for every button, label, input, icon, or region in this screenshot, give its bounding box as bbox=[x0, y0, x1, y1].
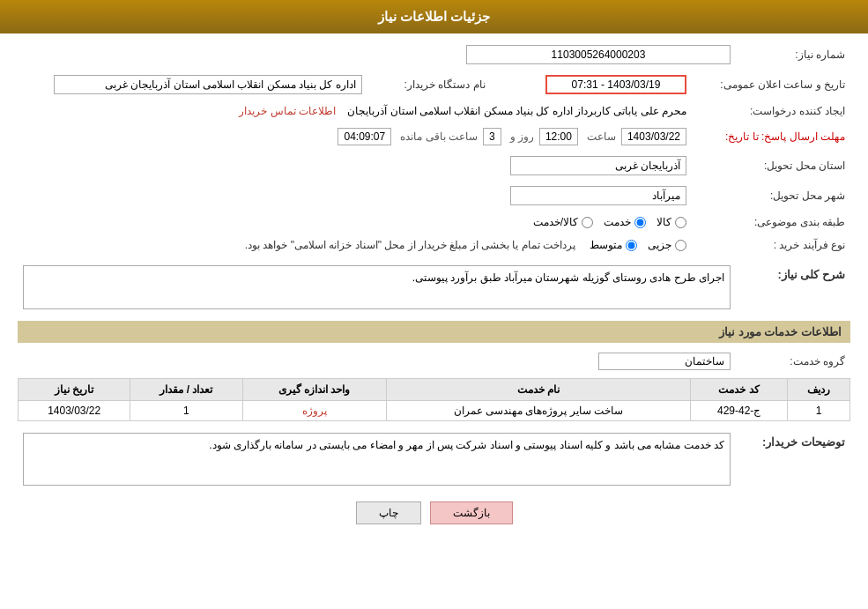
creator-value: محرم علی یاباتی کاربرداز اداره کل بنیاد … bbox=[18, 102, 692, 120]
table-row: 1ج-42-429ساخت سایر پروژه‌های مهندسی عمرا… bbox=[19, 401, 850, 421]
cell-unit: پروژه bbox=[242, 401, 386, 421]
creator-row: ایجاد کننده درخواست: محرم علی یاباتی کار… bbox=[18, 102, 850, 120]
buyer-notes-row: توضیحات خریدار: کد خدمت مشابه می باشد و … bbox=[18, 430, 850, 488]
description-section: شرح کلی نیاز: اجرای طرح هادی روستای گوزی… bbox=[18, 263, 850, 312]
buyer-org-row: تاریخ و ساعت اعلان عمومی: 1403/03/19 - 0… bbox=[18, 72, 850, 97]
col-code: کد خدمت bbox=[691, 379, 788, 401]
services-table: ردیف کد خدمت نام خدمت واحد اندازه گیری ت… bbox=[18, 378, 850, 421]
radio-kala-khedmat-input[interactable] bbox=[582, 217, 593, 228]
deadline-time-display: 12:00 bbox=[539, 128, 578, 145]
cell-name: ساخت سایر پروژه‌های مهندسی عمران bbox=[386, 401, 691, 421]
radio-kala-khedmat[interactable]: کالا/خدمت bbox=[533, 216, 593, 228]
category-row: طبقه بندی موضوعی: کالا خدمت bbox=[18, 213, 850, 231]
description-table: شرح کلی نیاز: اجرای طرح هادی روستای گوزی… bbox=[18, 263, 850, 312]
radio-kala-input[interactable] bbox=[675, 217, 686, 228]
process-options: جزیی متوسط پرداخت تمام یا بخشی از مبلغ خ… bbox=[18, 236, 692, 254]
buyer-org-label: نام دستگاه خریدار: bbox=[367, 72, 491, 97]
col-date: تاریخ نیاز bbox=[19, 379, 130, 401]
back-button[interactable]: بازگشت bbox=[430, 501, 513, 524]
description-box: اجرای طرح هادی روستای گوزیله شهرستان میر… bbox=[23, 265, 731, 309]
need-number-label: شماره نیاز: bbox=[736, 42, 850, 67]
radio-motavaset-input[interactable] bbox=[626, 240, 637, 251]
radio-motavaset[interactable]: متوسط bbox=[590, 239, 637, 251]
page-container: جزئیات اطلاعات نیاز شماره نیاز: 11030052… bbox=[0, 0, 868, 609]
services-section-title: اطلاعات خدمات مورد نیاز bbox=[18, 321, 850, 343]
deadline-time-label: ساعت bbox=[587, 130, 616, 143]
need-number-value: 1103005264000203 bbox=[18, 42, 736, 67]
buyer-notes-value: کد خدمت مشابه می باشد و کلیه اسناد پیوست… bbox=[18, 430, 736, 488]
buyer-notes-box: کد خدمت مشابه می باشد و کلیه اسناد پیوست… bbox=[23, 433, 731, 486]
need-number-row: شماره نیاز: 1103005264000203 bbox=[18, 42, 850, 67]
col-row: ردیف bbox=[787, 379, 849, 401]
radio-jozi[interactable]: جزیی bbox=[648, 239, 686, 251]
radio-motavaset-label: متوسط bbox=[590, 239, 622, 251]
buyer-org-display: اداره کل بنیاد مسکن انقلاب اسلامی استان … bbox=[54, 75, 362, 94]
cell-quantity: 1 bbox=[130, 401, 242, 421]
province-label: استان محل تحویل: bbox=[692, 153, 850, 178]
deadline-date-display: 1403/03/22 bbox=[621, 128, 686, 145]
deadline-remaining-display: 04:09:07 bbox=[338, 128, 391, 145]
process-row: نوع فرآیند خرید : جزیی متوسط bbox=[18, 236, 850, 254]
category-label: طبقه بندی موضوعی: bbox=[692, 213, 850, 231]
announce-date-value: 1403/03/19 - 07:31 bbox=[526, 72, 692, 97]
buyer-notes-label: توضیحات خریدار: bbox=[736, 430, 850, 488]
deadline-row: مهلت ارسال پاسخ: تا تاریخ: 1403/03/22 سا… bbox=[18, 125, 850, 148]
deadline-days-label: روز و bbox=[510, 130, 534, 143]
radio-kala-label: کالا bbox=[657, 216, 671, 228]
col-qty: تعداد / مقدار bbox=[130, 379, 242, 401]
need-number-display: 1103005264000203 bbox=[466, 45, 731, 64]
cell-date: 1403/03/22 bbox=[19, 401, 130, 421]
buyer-notes-text: کد خدمت مشابه می باشد و کلیه اسناد پیوست… bbox=[209, 439, 724, 451]
radio-jozi-label: جزیی bbox=[648, 239, 671, 251]
city-display: میرآباد bbox=[510, 186, 686, 205]
page-title: جزئیات اطلاعات نیاز bbox=[378, 9, 490, 24]
radio-khedmat[interactable]: خدمت bbox=[604, 216, 646, 228]
description-value: اجرای طرح هادی روستای گوزیله شهرستان میر… bbox=[18, 263, 736, 312]
city-row: شهر محل تحویل: میرآباد bbox=[18, 183, 850, 208]
cell-row: 1 bbox=[787, 401, 849, 421]
buyer-org-value: اداره کل بنیاد مسکن انقلاب اسلامی استان … bbox=[18, 72, 367, 97]
service-group-display: ساختمان bbox=[598, 353, 731, 370]
radio-khedmat-label: خدمت bbox=[604, 216, 631, 228]
creator-label: ایجاد کننده درخواست: bbox=[692, 102, 850, 120]
announce-date-label: تاریخ و ساعت اعلان عمومی: bbox=[692, 72, 850, 97]
radio-jozi-input[interactable] bbox=[675, 240, 686, 251]
deadline-hours-label: ساعت باقی مانده bbox=[400, 130, 478, 143]
page-header: جزئیات اطلاعات نیاز bbox=[0, 0, 868, 33]
col-unit: واحد اندازه گیری bbox=[242, 379, 386, 401]
send-deadline-label: مهلت ارسال پاسخ: تا تاریخ: bbox=[692, 125, 850, 148]
contact-link[interactable]: اطلاعات تماس خریدار bbox=[239, 105, 336, 117]
province-value: آذربایجان غربی bbox=[18, 153, 692, 178]
process-note: پرداخت تمام یا بخشی از مبلغ خریدار از مح… bbox=[245, 239, 575, 251]
announce-date-display: 1403/03/19 - 07:31 bbox=[545, 75, 686, 94]
category-options: کالا خدمت کالا/خدمت bbox=[18, 213, 692, 231]
description-label: شرح کلی نیاز: bbox=[736, 263, 850, 312]
creator-display: محرم علی یاباتی کاربرداز اداره کل بنیاد … bbox=[347, 105, 686, 117]
radio-kala-khedmat-label: کالا/خدمت bbox=[533, 216, 578, 228]
description-text: اجرای طرح هادی روستای گوزیله شهرستان میر… bbox=[412, 271, 724, 284]
main-content: شماره نیاز: 1103005264000203 تاریخ و ساع… bbox=[0, 33, 868, 542]
service-group-label: گروه خدمت: bbox=[736, 350, 850, 373]
service-group-row: گروه خدمت: ساختمان bbox=[18, 350, 850, 373]
radio-khedmat-input[interactable] bbox=[634, 217, 646, 228]
deadline-details: 1403/03/22 ساعت 12:00 روز و 3 ساعت باقی … bbox=[18, 125, 692, 148]
city-value: میرآباد bbox=[18, 183, 692, 208]
province-display: آذربایجان غربی bbox=[510, 156, 686, 175]
deadline-days-display: 3 bbox=[483, 128, 501, 145]
buttons-row: بازگشت چاپ bbox=[18, 501, 850, 524]
city-label: شهر محل تحویل: bbox=[692, 183, 850, 208]
print-button[interactable]: چاپ bbox=[356, 501, 421, 524]
radio-kala[interactable]: کالا bbox=[657, 216, 686, 228]
col-name: نام خدمت bbox=[386, 379, 691, 401]
service-group-value: ساختمان bbox=[18, 350, 736, 373]
province-row: استان محل تحویل: آذربایجان غربی bbox=[18, 153, 850, 178]
cell-code: ج-42-429 bbox=[691, 401, 788, 421]
process-label: نوع فرآیند خرید : bbox=[692, 236, 850, 254]
